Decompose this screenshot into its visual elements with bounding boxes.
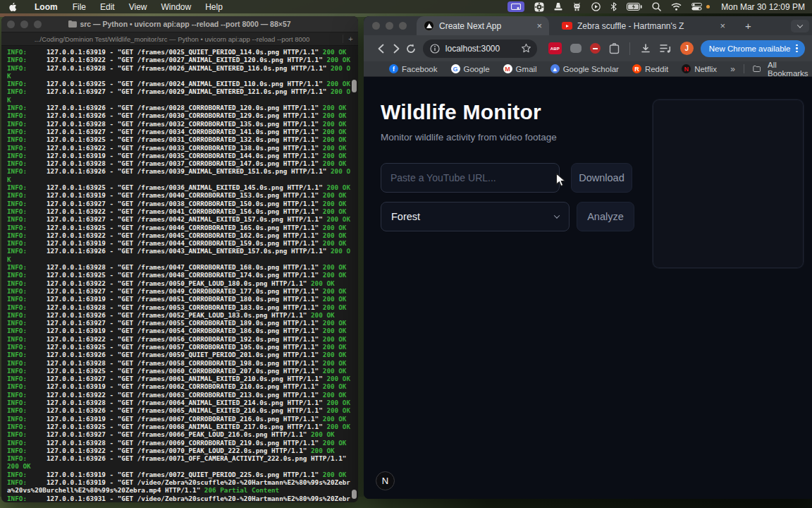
bookmark-netflix[interactable]: NNetflix bbox=[682, 64, 717, 73]
clipboard-extension-icon[interactable] bbox=[609, 43, 620, 54]
terminal-log-line: INFO: 127.0.0.1:63926 - "GET /frames/002… bbox=[7, 104, 355, 111]
terminal-log-line: INFO: 127.0.0.1:63922 - "GET /frames/005… bbox=[7, 335, 355, 343]
tab-strip: Create Next App × Zebra scuffle - Hartma… bbox=[364, 16, 812, 35]
bookmark-label: Netflix bbox=[694, 65, 717, 73]
mouse-cursor bbox=[555, 173, 566, 190]
folder-icon bbox=[68, 20, 77, 28]
nextjs-dev-badge[interactable]: N bbox=[376, 471, 395, 490]
all-bookmarks-folder-icon[interactable] bbox=[753, 65, 761, 73]
browser-toolbar: localhost:3000 ABP J New Chrome availabl… bbox=[364, 35, 812, 61]
terminal-window: src — Python • uvicorn api:app --reload … bbox=[1, 16, 358, 502]
battery-charging-icon[interactable] bbox=[627, 3, 642, 11]
spotlight-search-icon[interactable] bbox=[652, 2, 661, 11]
youtube-url-input[interactable] bbox=[381, 163, 560, 193]
download-button[interactable]: Download bbox=[571, 163, 632, 193]
zoom-button[interactable] bbox=[399, 22, 407, 30]
bookmark-label: Google bbox=[464, 65, 490, 73]
bookmark-google[interactable]: GGoogle bbox=[451, 64, 490, 73]
address-bar[interactable]: localhost:3000 bbox=[423, 40, 537, 58]
terminal-log-line: INFO: 127.0.0.1:63925 - "GET /frames/006… bbox=[7, 367, 355, 375]
assistant-robot-icon[interactable] bbox=[572, 2, 582, 11]
close-button[interactable] bbox=[372, 22, 380, 30]
vlc-cone-icon[interactable] bbox=[554, 2, 562, 11]
terminal-new-tab-button[interactable]: + bbox=[343, 35, 358, 43]
bookmark-gmail[interactable]: MGmail bbox=[503, 64, 537, 73]
bookmarks-overflow-icon[interactable]: » bbox=[730, 64, 735, 74]
terminal-log-line: INFO: 127.0.0.1:63925 - "GET /frames/004… bbox=[7, 224, 355, 231]
menu-bar-clock[interactable]: Mon Mar 30 12:09 PM bbox=[721, 2, 805, 12]
terminal-scrollbar-thumb[interactable] bbox=[352, 80, 357, 92]
play-circle-icon[interactable] bbox=[591, 2, 601, 11]
notification-dot-icon bbox=[706, 5, 710, 8]
terminal-log-line: INFO: 127.0.0.1:63928 - "GET /frames/005… bbox=[7, 303, 355, 311]
extension-icon[interactable] bbox=[570, 44, 582, 53]
terminal-log-line: INFO: 127.0.0.1:63925 - "GET /frames/004… bbox=[7, 271, 355, 279]
terminal-log-line: INFO: 127.0.0.1:63922 - "GET /frames/006… bbox=[7, 391, 355, 399]
tab-search-button[interactable] bbox=[791, 20, 809, 32]
terminal-log-line: INFO: 127.0.0.1:63922 - "GET /frames/002… bbox=[7, 56, 355, 64]
download-icon[interactable] bbox=[640, 43, 651, 54]
terminal-log-line: INFO: 127.0.0.1:63919 - "GET /frames/005… bbox=[7, 295, 355, 303]
bluetooth-icon[interactable] bbox=[610, 2, 617, 11]
terminal-scrollbar-thumb-bottom[interactable] bbox=[352, 490, 357, 499]
terminal-log-line: INFO: 127.0.0.1:63927 - "GET /frames/003… bbox=[7, 200, 355, 207]
chrome-window: Create Next App × Zebra scuffle - Hartma… bbox=[364, 16, 812, 499]
bookmark-label: Google Scholar bbox=[563, 65, 619, 73]
profile-avatar[interactable]: J bbox=[680, 42, 694, 55]
reload-button[interactable] bbox=[404, 40, 419, 58]
terminal-log-line: INFO: 127.0.0.1:63927 - "GET /frames/005… bbox=[7, 319, 355, 327]
new-tab-button[interactable]: + bbox=[742, 20, 754, 32]
favicon: ▲ bbox=[550, 64, 560, 73]
habitat-select[interactable]: Forest bbox=[381, 202, 570, 231]
wifi-icon[interactable] bbox=[671, 3, 682, 11]
terminal-log-line: INFO: 127.0.0.1:63928 - "GET /frames/005… bbox=[7, 359, 355, 367]
control-center-icon[interactable] bbox=[691, 3, 702, 11]
terminal-log-line: INFO: 127.0.0.1:63919 - "GET /frames/006… bbox=[7, 415, 355, 423]
terminal-title: src — Python • uvicorn api:app --reload … bbox=[1, 20, 358, 28]
wildlife-monitor-page: Wildlife Monitor Monitor wildlife activi… bbox=[364, 77, 812, 499]
media-list-icon[interactable] bbox=[660, 44, 672, 54]
minimize-button[interactable] bbox=[386, 22, 393, 30]
menu-edit[interactable]: Edit bbox=[93, 2, 122, 12]
chrome-update-button[interactable]: New Chrome available bbox=[701, 40, 805, 57]
extensions-area: ABP J bbox=[548, 42, 694, 55]
terminal-log-line: INFO: 127.0.0.1:63919 - "GET /frames/004… bbox=[7, 239, 355, 247]
terminal-log-line: INFO: 127.0.0.1:63922 - "GET /frames/003… bbox=[7, 144, 355, 152]
adblock-plus-icon[interactable]: ABP bbox=[548, 42, 562, 54]
menu-loom[interactable]: Loom bbox=[27, 2, 66, 12]
bookmark-google-scholar[interactable]: ▲Google Scholar bbox=[550, 64, 619, 73]
screen-mirroring-icon[interactable] bbox=[508, 1, 524, 12]
apple-logo-icon[interactable] bbox=[8, 2, 17, 12]
tab-close-icon[interactable]: × bbox=[535, 20, 543, 31]
terminal-log-line: INFO: 127.0.0.1:63922 - "GET /frames/004… bbox=[7, 231, 355, 239]
terminal-log-line: INFO: 127.0.0.1:63928 - "GET /frames/003… bbox=[7, 159, 355, 167]
tab-create-next-app[interactable]: Create Next App × bbox=[417, 16, 549, 35]
menu-view[interactable]: View bbox=[122, 2, 154, 12]
toolbar-divider bbox=[629, 42, 630, 55]
bookmark-star-icon[interactable] bbox=[521, 43, 531, 54]
analyze-button[interactable]: Analyze bbox=[577, 202, 634, 231]
bookmark-facebook[interactable]: fFacebook bbox=[389, 64, 438, 73]
menu-dots-icon[interactable] bbox=[796, 44, 798, 53]
terminal-log-line: INFO: 127.0.0.1:63928 - "GET /frames/006… bbox=[7, 439, 355, 447]
tab-zebra-video[interactable]: Zebra scuffle - Hartmann's Z × bbox=[555, 16, 732, 35]
menu-window[interactable]: Window bbox=[154, 2, 199, 12]
blocker-extension-icon[interactable] bbox=[590, 43, 601, 54]
terminal-titlebar[interactable]: src — Python • uvicorn api:app --reload … bbox=[1, 16, 358, 32]
terminal-log-line: INFO: 127.0.0.1:63919 - "GET /video/Zebr… bbox=[7, 478, 355, 495]
terminal-log-lines: INFO: 127.0.0.1:63919 - "GET /frames/002… bbox=[7, 48, 355, 502]
favicon: f bbox=[389, 64, 398, 73]
macos-menu-bar: Loom File Edit View Window Help bbox=[0, 0, 812, 13]
site-info-icon[interactable] bbox=[430, 44, 440, 54]
menu-file[interactable]: File bbox=[66, 2, 93, 12]
address-url[interactable]: localhost:3000 bbox=[445, 44, 521, 54]
settings-icon[interactable] bbox=[534, 2, 544, 12]
terminal-tab[interactable]: .../Coding/Dominion Test/Wildlife_monito… bbox=[1, 35, 343, 43]
forward-button[interactable] bbox=[388, 40, 403, 58]
menu-help[interactable]: Help bbox=[198, 2, 230, 12]
back-button[interactable] bbox=[374, 40, 388, 58]
bookmark-reddit[interactable]: RReddit bbox=[632, 64, 668, 73]
tab-close-icon[interactable]: × bbox=[718, 20, 727, 31]
terminal-log-line: INFO: 127.0.0.1:63927 - "GET /frames/003… bbox=[7, 128, 355, 135]
all-bookmarks-label[interactable]: All Bookmarks bbox=[768, 61, 810, 78]
